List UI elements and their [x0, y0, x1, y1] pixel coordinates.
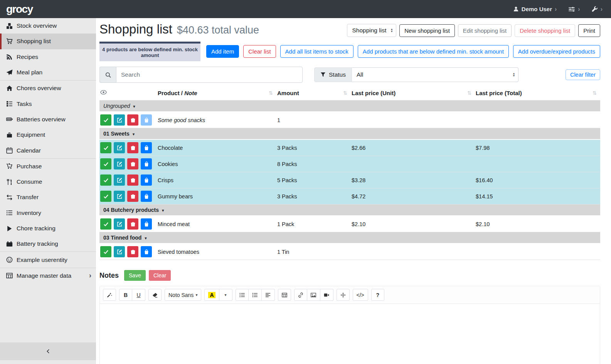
underline-button[interactable]: U	[132, 289, 145, 301]
eraser-button[interactable]	[148, 289, 162, 301]
settings-menu[interactable]: ›	[568, 6, 580, 13]
unordered-list-button[interactable]	[236, 289, 249, 301]
add-item-button[interactable]: Add item	[206, 45, 239, 58]
add-to-stock-button[interactable]	[141, 191, 152, 202]
delete-item-button[interactable]	[127, 158, 138, 169]
save-notes-button[interactable]: Save	[124, 270, 146, 281]
add-to-stock-button[interactable]	[141, 218, 152, 230]
status-value: All	[357, 71, 363, 78]
group-row-01-sweets[interactable]: 01 Sweets▾	[99, 128, 600, 140]
sidebar-collapse-button[interactable]	[0, 342, 96, 360]
sidebar-item-chores-overview[interactable]: Chores overview	[0, 81, 96, 96]
status-filter-button[interactable]: Status	[314, 67, 352, 82]
help-button[interactable]: ?	[371, 289, 384, 301]
highlight-color-button[interactable]: A	[204, 289, 219, 301]
sort-icon[interactable]: ⇅	[467, 90, 473, 96]
edit-item-button[interactable]	[114, 114, 125, 126]
sidebar-item-purchase[interactable]: Purchase	[0, 159, 96, 174]
delete-item-button[interactable]	[127, 246, 138, 257]
delete-item-button[interactable]	[127, 218, 138, 230]
group-row-ungrouped[interactable]: Ungrouped▾	[99, 101, 600, 112]
bold-button[interactable]: B	[119, 289, 132, 301]
new-shopping-list-button[interactable]: New shopping list	[399, 24, 455, 37]
delete-shopping-list-button[interactable]: Delete shopping list	[515, 24, 575, 37]
sidebar-item-tasks[interactable]: Tasks	[0, 96, 96, 111]
highlight-color-caret-button[interactable]: ▾	[219, 289, 232, 301]
group-row-03-tinned-food[interactable]: 03 Tinned food▾	[99, 232, 600, 244]
clear-filter-button[interactable]: Clear filter	[566, 69, 600, 80]
sidebar-item-inventory[interactable]: Inventory	[0, 205, 96, 221]
edit-item-button[interactable]	[114, 218, 125, 230]
user-menu[interactable]: Demo User ›	[513, 6, 557, 13]
code-view-button[interactable]: </>	[353, 289, 368, 301]
sidebar-item-stock-overview[interactable]: Stock overview	[0, 18, 96, 34]
mark-done-button[interactable]	[100, 114, 111, 126]
notes-editor-content[interactable]	[100, 304, 600, 364]
sidebar-item-calendar[interactable]: Calendar	[0, 143, 96, 158]
sort-icon[interactable]: ⇅	[343, 90, 348, 96]
insert-video-button[interactable]	[320, 289, 333, 301]
sidebar-item-consume[interactable]: Consume	[0, 174, 96, 190]
search-input[interactable]	[116, 67, 303, 83]
insert-link-button[interactable]	[294, 289, 307, 301]
mark-done-button[interactable]	[100, 191, 111, 202]
group-row-04-butchery-products[interactable]: 04 Butchery products▾	[99, 205, 600, 216]
admin-menu[interactable]: ›	[592, 6, 603, 13]
toolbar-group	[236, 289, 275, 301]
mark-done-button[interactable]	[100, 142, 111, 153]
add-overdue-button[interactable]: Add overdue/expired products	[513, 45, 600, 58]
sidebar-item-meal-plan[interactable]: Meal plan	[0, 65, 96, 80]
delete-item-button[interactable]	[127, 174, 138, 186]
add-to-stock-button[interactable]	[141, 246, 152, 257]
status-select[interactable]: All ▴▾	[352, 67, 518, 82]
clear-notes-button[interactable]: Clear	[149, 270, 171, 281]
mark-done-button[interactable]	[100, 158, 111, 169]
edit-item-button[interactable]	[114, 174, 125, 186]
edit-item-button[interactable]	[114, 158, 125, 169]
edit-item-button[interactable]	[114, 246, 125, 257]
alert-text: 4 products are below defined min. stock …	[99, 44, 200, 61]
ordered-list-button[interactable]	[249, 289, 262, 301]
clear-list-button[interactable]: Clear list	[243, 45, 276, 58]
sidebar-item-label: Chore tracking	[17, 225, 56, 232]
app-logo[interactable]: grocy	[6, 3, 33, 15]
mark-done-button[interactable]	[100, 246, 111, 257]
magic-style-button[interactable]	[103, 289, 116, 301]
add-all-to-stock-button[interactable]: Add all list items to stock	[280, 45, 353, 58]
delete-item-button[interactable]	[127, 191, 138, 202]
sidebar-item-batteries-overview[interactable]: Batteries overview	[0, 112, 96, 127]
sidebar-item-recipes[interactable]: Recipes	[0, 49, 96, 65]
edit-shopping-list-button[interactable]: Edit shopping list	[458, 24, 512, 37]
insert-picture-button[interactable]	[307, 289, 320, 301]
toolbar-group	[103, 289, 116, 301]
mark-done-button[interactable]	[100, 174, 111, 186]
delete-item-button[interactable]	[127, 114, 138, 126]
sort-icon[interactable]: ⇅	[269, 90, 274, 96]
add-to-stock-button[interactable]	[141, 142, 152, 153]
print-button[interactable]: Print	[578, 24, 600, 37]
mark-done-button[interactable]	[100, 218, 111, 230]
shopping-list-select[interactable]: Shopping list ▴▾	[347, 24, 396, 37]
sidebar-item-chore-tracking[interactable]: Chore tracking	[0, 221, 96, 236]
table-row: Minced meat1 Pack$2.10$2.10	[99, 216, 600, 232]
delete-item-button[interactable]	[127, 142, 138, 153]
font-family-button[interactable]: Noto Sans▾	[165, 289, 201, 301]
sidebar-item-shopping-list[interactable]: Shopping list	[0, 34, 96, 49]
sidebar-item-example-userentity[interactable]: Example userentity	[0, 252, 96, 267]
sort-icon[interactable]: ⇅	[592, 90, 598, 96]
sidebar-item-label: Battery tracking	[17, 240, 58, 247]
add-below-min-stock-button[interactable]: Add products that are below defined min.…	[358, 45, 509, 58]
paragraph-align-button[interactable]	[262, 289, 275, 301]
add-to-stock-button[interactable]	[141, 114, 152, 126]
sidebar-item-transfer[interactable]: Transfer	[0, 190, 96, 205]
sidebar-item-battery-tracking[interactable]: Battery tracking	[0, 236, 96, 252]
edit-item-button[interactable]	[114, 142, 125, 153]
sidebar-item-equipment[interactable]: Equipment	[0, 127, 96, 143]
edit-item-button[interactable]	[114, 191, 125, 202]
add-to-stock-button[interactable]	[141, 174, 152, 186]
fullscreen-button[interactable]	[337, 289, 350, 301]
insert-table-button[interactable]	[278, 289, 291, 301]
eye-icon[interactable]	[100, 89, 107, 96]
sidebar-item-manage-master-data[interactable]: Manage master data›	[0, 268, 96, 283]
add-to-stock-button[interactable]	[141, 158, 152, 169]
